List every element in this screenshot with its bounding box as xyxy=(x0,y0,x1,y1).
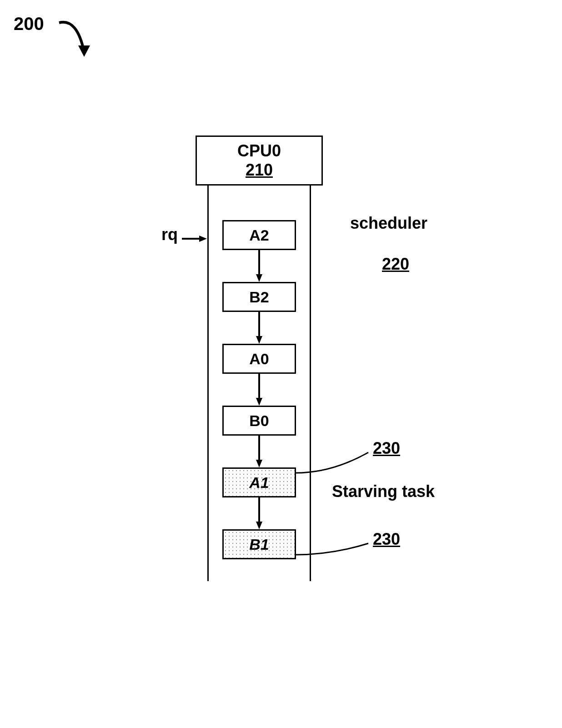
starving-task-label: Starving task xyxy=(332,482,435,501)
svg-marker-4 xyxy=(256,274,262,282)
scheduler-ref: 220 xyxy=(382,255,409,274)
callout-line-icon xyxy=(296,448,373,475)
figure-reference: 200 xyxy=(14,14,44,34)
arrow-down-icon xyxy=(255,312,264,346)
rq-label: rq xyxy=(161,225,178,244)
svg-marker-2 xyxy=(199,236,207,242)
task-b0: B0 xyxy=(222,406,296,436)
arrow-down-icon xyxy=(255,374,264,407)
ref-230-b: 230 xyxy=(373,530,400,549)
task-a0: A0 xyxy=(222,344,296,374)
svg-marker-8 xyxy=(256,398,262,406)
task-b1-starving: B1 xyxy=(222,529,296,559)
svg-marker-12 xyxy=(256,522,262,529)
figure-arrow-icon xyxy=(55,14,95,64)
svg-marker-0 xyxy=(78,45,90,57)
rq-arrow-icon xyxy=(182,234,209,243)
task-b2: B2 xyxy=(222,282,296,312)
scheduler-label: scheduler xyxy=(350,214,427,233)
cpu-ref: 210 xyxy=(246,161,273,180)
cpu-box: CPU0 210 xyxy=(196,136,323,186)
task-a1-starving: A1 xyxy=(222,467,296,497)
arrow-down-icon xyxy=(255,436,264,469)
cpu-title: CPU0 xyxy=(237,141,281,161)
callout-line-icon xyxy=(296,539,373,562)
task-a2: A2 xyxy=(222,220,296,250)
arrow-down-icon xyxy=(255,497,264,531)
ref-230-a: 230 xyxy=(373,439,400,458)
arrow-down-icon xyxy=(255,250,264,284)
svg-marker-6 xyxy=(256,336,262,344)
svg-marker-10 xyxy=(256,460,262,467)
